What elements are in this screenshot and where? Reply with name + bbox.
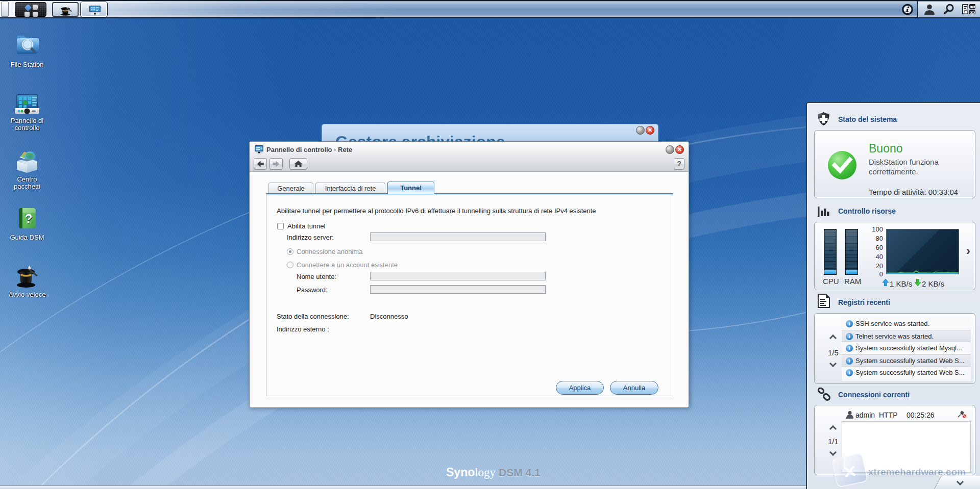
svg-text:?: ?: [25, 212, 33, 225]
